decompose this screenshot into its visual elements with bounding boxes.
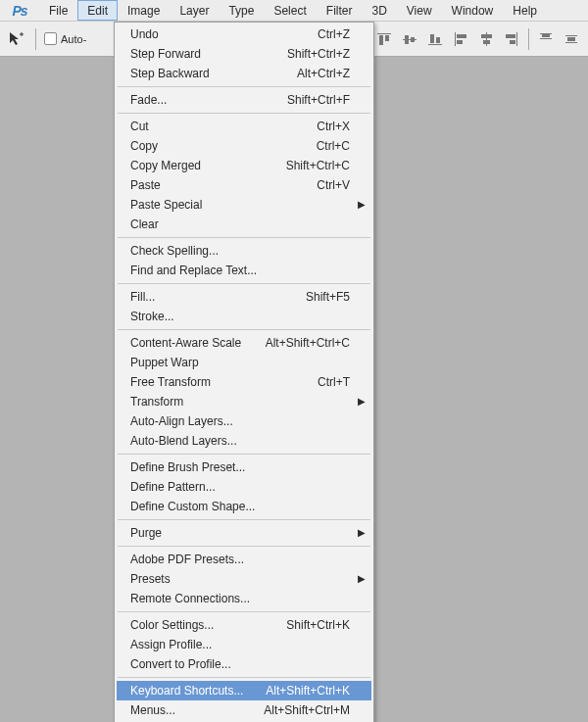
menu-item-step-backward[interactable]: Step BackwardAlt+Ctrl+Z (117, 64, 371, 83)
menu-item-paste-special[interactable]: Paste Special▶ (117, 195, 371, 215)
menu-item-label: Fade... (130, 93, 279, 107)
distribute-vcenter-icon[interactable] (561, 28, 582, 50)
menu-item-convert-to-profile[interactable]: Convert to Profile... (117, 654, 371, 674)
menu-item-presets[interactable]: Presets▶ (117, 569, 371, 589)
svg-rect-9 (455, 32, 456, 46)
svg-rect-1 (379, 35, 383, 45)
menu-item-copy-merged[interactable]: Copy MergedShift+Ctrl+C (117, 156, 371, 175)
svg-rect-8 (436, 37, 440, 43)
menu-item-step-forward[interactable]: Step ForwardShift+Ctrl+Z (117, 44, 371, 64)
menu-separator (118, 283, 370, 284)
menu-item-paste[interactable]: PasteCtrl+V (117, 175, 371, 195)
align-left-icon[interactable] (450, 28, 471, 50)
menubar-item-layer[interactable]: Layer (170, 0, 219, 21)
menu-item-copy[interactable]: CopyCtrl+C (117, 136, 371, 156)
submenu-arrow-icon: ▶ (358, 574, 366, 584)
menubar-item-type[interactable]: Type (219, 0, 264, 21)
menu-item-label: Content-Aware Scale (130, 336, 258, 350)
align-right-icon[interactable] (501, 28, 522, 50)
align-bottom-icon[interactable] (424, 28, 446, 50)
menu-item-menus[interactable]: Menus...Alt+Shift+Ctrl+M (117, 700, 371, 720)
menu-item-keyboard-shortcuts[interactable]: Keyboard Shortcuts...Alt+Shift+Ctrl+K (117, 681, 371, 700)
distribute-top-icon[interactable] (535, 28, 557, 50)
svg-rect-18 (540, 33, 552, 34)
menu-item-color-settings[interactable]: Color Settings...Shift+Ctrl+K (117, 615, 371, 635)
menu-item-label: Keyboard Shortcuts... (130, 684, 258, 698)
menu-item-fade[interactable]: Fade...Shift+Ctrl+F (117, 90, 371, 110)
svg-rect-21 (565, 35, 577, 36)
menu-separator (118, 677, 370, 678)
menu-item-adobe-pdf-presets[interactable]: Adobe PDF Presets... (117, 550, 371, 569)
align-top-icon[interactable] (373, 28, 395, 50)
menu-item-remote-connections[interactable]: Remote Connections... (117, 589, 371, 608)
menu-item-shortcut: Alt+Ctrl+Z (289, 67, 350, 80)
menu-item-undo[interactable]: UndoCtrl+Z (117, 24, 371, 44)
menu-item-shortcut: Shift+Ctrl+F (279, 93, 350, 107)
menu-item-shortcut: Ctrl+V (309, 178, 350, 192)
svg-rect-0 (377, 33, 391, 34)
auto-select-label: Auto- (61, 33, 86, 45)
menu-separator (118, 454, 370, 455)
svg-rect-11 (457, 40, 463, 44)
menu-item-label: Copy Merged (130, 159, 278, 172)
menubar-item-view[interactable]: View (397, 0, 442, 21)
menu-item-shortcut: Ctrl+T (310, 375, 350, 389)
move-tool-icon[interactable] (6, 28, 27, 50)
menu-item-assign-profile[interactable]: Assign Profile... (117, 635, 371, 654)
menu-item-label: Auto-Align Layers... (130, 414, 350, 428)
menubar-item-select[interactable]: Select (264, 0, 316, 21)
menu-separator (118, 113, 370, 114)
menu-item-define-pattern[interactable]: Define Pattern... (117, 477, 371, 497)
menu-item-cut[interactable]: CutCtrl+X (117, 117, 371, 136)
svg-rect-4 (405, 35, 409, 44)
menu-item-label: Assign Profile... (130, 638, 350, 651)
svg-rect-17 (510, 40, 515, 44)
menu-item-shortcut: Shift+Ctrl+K (278, 618, 350, 632)
svg-rect-20 (542, 34, 550, 37)
menu-item-free-transform[interactable]: Free TransformCtrl+T (117, 372, 371, 392)
svg-rect-15 (516, 32, 517, 46)
menu-item-label: Puppet Warp (130, 356, 350, 369)
menu-item-label: Copy (130, 139, 309, 153)
menubar-item-file[interactable]: File (39, 0, 77, 21)
menu-item-label: Stroke... (130, 310, 350, 323)
menu-item-clear[interactable]: Clear (117, 215, 371, 234)
svg-rect-10 (457, 34, 466, 38)
menubar-item-edit[interactable]: Edit (77, 0, 118, 21)
auto-select-option[interactable]: Auto- (44, 32, 86, 45)
menubar-item-window[interactable]: Window (442, 0, 504, 21)
menu-separator (118, 546, 370, 547)
menu-separator (118, 86, 370, 87)
menu-item-define-custom-shape[interactable]: Define Custom Shape... (117, 497, 371, 516)
auto-select-checkbox[interactable] (44, 32, 57, 45)
menubar-item-help[interactable]: Help (503, 0, 547, 21)
menu-item-label: Undo (130, 27, 310, 41)
menu-item-purge[interactable]: Purge▶ (117, 523, 371, 543)
menu-item-auto-align-layers[interactable]: Auto-Align Layers... (117, 411, 371, 431)
menu-item-find-and-replace-text[interactable]: Find and Replace Text... (117, 261, 371, 280)
menu-item-define-brush-preset[interactable]: Define Brush Preset... (117, 457, 371, 477)
svg-rect-2 (385, 35, 389, 41)
menu-item-shortcut: Alt+Shift+Ctrl+M (256, 703, 350, 717)
menu-item-puppet-warp[interactable]: Puppet Warp (117, 353, 371, 372)
align-hcenter-icon[interactable] (475, 28, 497, 50)
align-vcenter-icon[interactable] (399, 28, 420, 50)
menubar-item-image[interactable]: Image (118, 0, 170, 21)
menu-item-transform[interactable]: Transform▶ (117, 392, 371, 411)
menu-item-fill[interactable]: Fill...Shift+F5 (117, 287, 371, 307)
menu-item-content-aware-scale[interactable]: Content-Aware ScaleAlt+Shift+Ctrl+C (117, 333, 371, 353)
menu-item-shortcut: Ctrl+C (309, 139, 350, 153)
menu-item-label: Step Forward (130, 47, 279, 61)
menubar-item-filter[interactable]: Filter (317, 0, 363, 21)
menubar-item-3d[interactable]: 3D (362, 0, 396, 21)
menu-separator (118, 329, 370, 330)
menu-item-stroke[interactable]: Stroke... (117, 307, 371, 326)
menu-item-auto-blend-layers[interactable]: Auto-Blend Layers... (117, 431, 371, 451)
menu-item-label: Menus... (130, 703, 256, 717)
menu-item-shortcut: Shift+Ctrl+C (278, 159, 350, 172)
menu-item-label: Cut (130, 120, 309, 133)
svg-rect-6 (428, 44, 442, 45)
menu-item-label: Free Transform (130, 375, 310, 389)
menu-item-check-spelling[interactable]: Check Spelling... (117, 241, 371, 261)
menu-separator (118, 237, 370, 238)
